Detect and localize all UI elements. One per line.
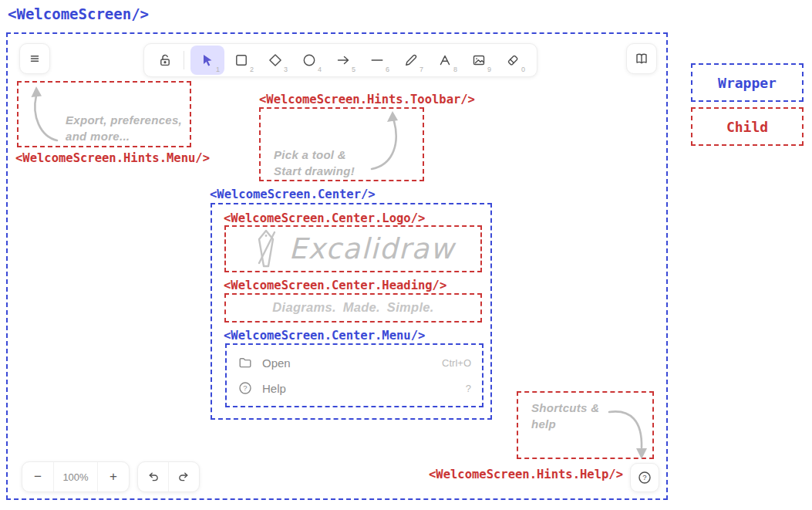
svg-text:?: ? [243,383,247,392]
tool-shortcut-number: 3 [284,66,288,73]
legend-wrapper-label: Wrapper [718,75,777,91]
center-menu-annotation-label: <WelcomeScreen.Center.Menu/> [224,329,425,343]
zoom-out-button[interactable]: − [22,462,53,491]
root-annotation-label: <WelcomeScreen/> [8,5,149,22]
center-heading-child-frame: Diagrams. Made. Simple. [224,293,482,323]
legend-child-box: Child [691,107,804,146]
hints-menu-annotation-label: <WelcomeScreen.Hints.Menu/> [15,151,210,165]
undo-icon [147,470,160,484]
hints-help-annotation-label: <WelcomeScreen.Hints.Help/> [429,468,623,481]
toolbar-divider [184,51,184,69]
menu-item-shortcut: ? [466,383,471,394]
tool-rectangle[interactable]: 2 [224,46,258,75]
undo-redo-controls [137,461,200,492]
tool-shortcut-number: 8 [453,66,457,73]
zoom-level-reset-button[interactable]: 100% [54,462,97,491]
menu-item-help[interactable]: ? Help ? [238,377,471,399]
menu-item-shortcut: Ctrl+O [442,357,471,369]
undo-button[interactable] [138,462,168,491]
tool-eraser[interactable]: 0 [496,46,530,75]
tool-text[interactable]: 8 [428,46,462,75]
toolbar: 1 2 3 4 5 [143,43,537,77]
menu-item-label: Help [262,382,457,395]
tool-shortcut-number: 6 [386,66,389,73]
tool-shortcut-number: 4 [318,66,322,73]
excalidraw-pen-logo-icon [252,228,280,270]
rectangle-icon [234,52,249,68]
tool-shortcut-number: 0 [521,66,525,73]
tool-line[interactable]: 6 [360,46,394,75]
center-heading-annotation-label: <WelcomeScreen.Center.Heading/> [224,279,446,292]
folder-icon [238,355,253,370]
legend-child-label: Child [726,119,768,135]
text-icon [437,52,453,68]
redo-button[interactable] [169,462,199,491]
toolbar-hint-text: Pick a tool & Start drawing! [274,147,355,179]
zoom-in-button[interactable]: + [98,462,129,491]
library-button[interactable] [626,43,657,74]
draw-icon [403,52,419,68]
main-menu-button[interactable] [19,43,50,74]
zoom-controls: − 100% + [22,461,130,492]
center-annotation-label: <WelcomeScreen.Center/> [210,187,376,201]
toolbar-hint-arrow [361,109,409,174]
center-heading-text: Diagrams. Made. Simple. [272,299,433,316]
diamond-icon [268,52,283,68]
center-logo-annotation-label: <WelcomeScreen.Center.Logo/> [224,211,425,225]
redo-icon [177,470,190,484]
open-book-icon [634,51,649,66]
tool-shortcut-number: 7 [419,66,423,73]
center-menu-wrapper-frame: Open Ctrl+O ? Help ? [225,343,483,407]
lock-button[interactable] [151,46,179,75]
tool-shortcut-number: 5 [352,66,355,73]
tool-shortcut-number: 1 [216,66,220,73]
menu-hint-text: Export, preferences, and more... [66,112,182,144]
tool-shortcut-number: 9 [487,66,491,73]
help-hint-text: Shortcuts & help [531,400,599,432]
tool-draw[interactable]: 7 [394,46,428,75]
line-icon [369,52,385,68]
tool-shortcut-number: 2 [250,66,254,73]
menu-hint-arrow [29,85,69,145]
legend-wrapper-box: Wrapper [691,63,804,102]
tool-image[interactable]: 9 [462,46,496,75]
hints-toolbar-annotation-label: <WelcomeScreen.Hints.Toolbar/> [259,93,475,106]
excalidraw-logo-text: Excalidraw [289,232,455,265]
help-button[interactable]: ? [630,463,659,492]
eraser-icon [505,52,521,68]
arrow-icon [335,52,351,68]
question-circle-icon: ? [238,380,253,396]
tool-diamond[interactable]: 3 [258,46,292,75]
tool-selection[interactable]: 1 [190,46,224,75]
tool-ellipse[interactable]: 4 [292,46,326,75]
center-logo-child-frame: Excalidraw [224,225,482,272]
question-circle-icon: ? [637,470,652,485]
image-icon [471,52,487,68]
tool-arrow[interactable]: 5 [326,46,360,75]
selection-cursor-icon [200,52,215,68]
ellipse-icon [302,52,317,68]
menu-item-label: Open [262,356,433,370]
svg-text:?: ? [642,473,646,481]
unlock-icon [157,52,173,68]
hamburger-icon [27,51,42,66]
help-hint-arrow [606,404,654,461]
menu-item-open[interactable]: Open Ctrl+O [238,352,471,373]
